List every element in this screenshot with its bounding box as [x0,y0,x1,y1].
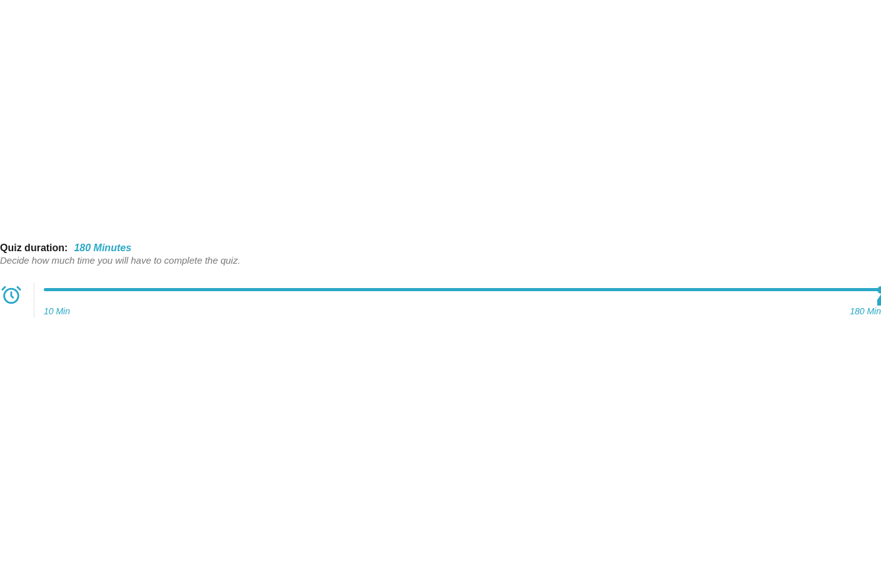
slider-pointer-icon [877,294,881,306]
duration-label: Quiz duration: [0,242,68,254]
duration-help-text: Decide how much time you will have to co… [0,255,881,266]
slider-max-label: 180 Min [850,306,881,316]
duration-slider[interactable]: 10 Min 180 Min [44,283,881,316]
slider-handle[interactable] [877,286,881,294]
duration-title-row: Quiz duration: 180 Minutes [0,242,881,254]
clock-icon [0,283,23,306]
slider-labels: 10 Min 180 Min [44,306,881,316]
slider-min-label: 10 Min [44,306,70,316]
duration-slider-section: 10 Min 180 Min [0,283,881,318]
slider-track[interactable] [44,288,881,291]
duration-value: 180 Minutes [74,242,131,254]
slider-divider [34,283,34,318]
